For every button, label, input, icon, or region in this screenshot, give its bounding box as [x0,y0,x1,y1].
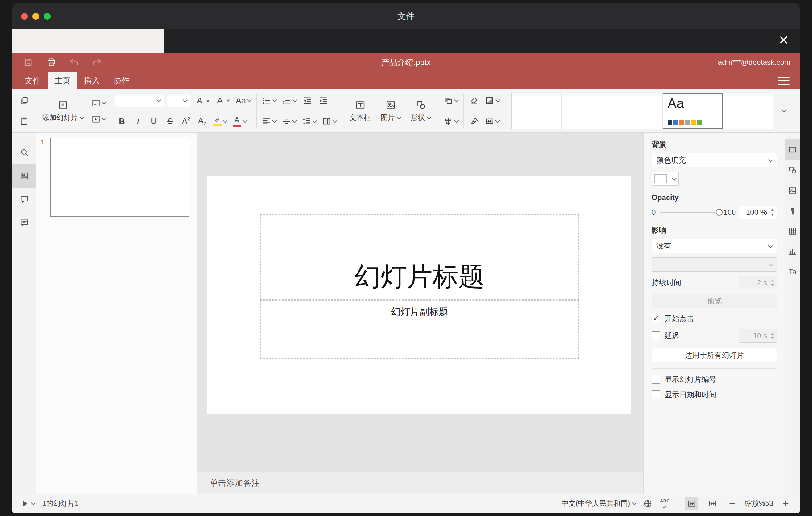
theme-option[interactable] [562,93,612,129]
font-size-combo[interactable] [167,94,191,107]
theme-option[interactable] [723,93,773,129]
opacity-slider[interactable] [660,212,719,213]
theme-option[interactable] [612,93,662,129]
search-icon[interactable] [12,141,36,164]
notes-input[interactable]: 单击添加备注 [198,471,643,494]
clear-style-icon[interactable] [467,93,481,109]
slides-panel-icon[interactable] [12,164,36,188]
apply-to-all-button[interactable]: 适用于所有幻灯片 [651,348,777,362]
horizontal-align-button[interactable] [260,113,278,129]
spinner-down-icon[interactable] [771,213,774,216]
increase-indent-icon[interactable] [317,93,330,109]
subtitle-placeholder[interactable]: 幻灯片副标题 [260,300,579,359]
spellcheck-icon[interactable]: ABC [660,499,670,509]
chevron-down-icon [632,500,637,505]
decrease-indent-icon[interactable] [300,93,314,109]
tab-file[interactable]: 文件 [18,71,48,89]
start-slideshow-button[interactable] [90,111,107,127]
start-preview-button[interactable] [21,500,35,508]
redo-icon[interactable] [90,56,104,69]
arrange-objects-button[interactable] [442,93,460,109]
save-icon[interactable] [22,56,35,69]
insert-shape-button[interactable]: 形状 [407,100,434,122]
delay-checkbox[interactable] [651,332,660,340]
show-date-time-checkbox[interactable] [651,391,660,399]
strikethrough-button[interactable]: S [163,113,177,129]
theme-option[interactable] [512,93,562,129]
maximize-traffic-light[interactable] [44,13,51,20]
decrease-font-button[interactable]: A [214,93,232,109]
tab-insert[interactable]: 插入 [77,71,107,89]
vertical-align-button[interactable] [281,113,298,129]
shape-fill-button[interactable] [484,93,501,109]
slide-canvas[interactable]: 幻灯片标题 幻灯片副标题 [198,133,643,471]
language-select[interactable]: 中文(中华人民共和国) [561,499,636,508]
chart-settings-icon[interactable] [785,241,800,262]
theme-option-selected[interactable]: Aa [663,93,723,129]
zoom-out-button[interactable]: − [727,497,737,510]
increase-font-button[interactable]: A [194,93,211,109]
opacity-spinner[interactable]: 100 % [739,205,777,219]
show-slide-number-checkbox[interactable] [651,375,660,383]
chevron-down-icon [31,500,36,505]
start-on-click-checkbox[interactable]: ✓ [651,314,660,323]
tab-collaboration[interactable]: 协作 [107,71,136,89]
minimize-traffic-light[interactable] [32,13,39,20]
shape-settings-icon[interactable] [785,160,800,180]
undo-icon[interactable] [67,56,81,69]
print-icon[interactable] [45,56,58,69]
theme-gallery-expand-button[interactable] [773,93,795,129]
copy-icon[interactable] [17,93,31,109]
slide-thumbnail[interactable] [50,138,190,217]
title-placeholder[interactable]: 幻灯片标题 [260,214,579,300]
table-settings-icon[interactable] [785,221,800,241]
underline-button[interactable]: U [147,113,161,129]
paste-icon[interactable] [17,113,31,129]
font-name-combo[interactable] [115,94,165,107]
spinner-up-icon[interactable] [771,209,774,211]
menu-icon[interactable] [778,75,790,87]
change-case-button[interactable]: Aa [234,93,253,109]
highlight-color-button[interactable] [211,113,228,129]
paragraph-settings-icon[interactable]: ¶ [785,201,800,221]
italic-button[interactable]: I [131,113,145,129]
chevron-down-icon [156,97,161,102]
insert-textbox-button[interactable]: 文本框 [346,100,375,122]
fit-to-width-icon[interactable] [706,497,720,511]
chevron-down-icon [292,118,297,123]
close-icon[interactable]: × [779,31,788,48]
fit-to-slide-icon[interactable] [685,497,698,511]
close-traffic-light[interactable] [21,13,28,20]
chevron-down-icon [397,114,402,119]
slide-size-button[interactable] [484,113,501,129]
document-language-icon[interactable] [643,499,652,508]
slide-layout-button[interactable] [90,95,107,111]
fill-color-select[interactable] [651,172,679,186]
align-objects-button[interactable] [442,113,460,129]
chat-icon[interactable] [12,211,36,234]
bold-button[interactable]: B [115,113,129,129]
numbered-list-button[interactable]: 123 [281,93,298,109]
slide-settings-icon[interactable] [785,140,800,160]
color-swatch [654,174,667,183]
columns-button[interactable] [321,113,338,129]
image-settings-icon[interactable] [785,180,800,201]
textart-settings-icon[interactable]: Ta [785,262,800,282]
subscript-button[interactable]: A2 [195,113,209,129]
add-slide-label: 添加幻灯片 [42,113,78,122]
superscript-button[interactable]: A2 [179,113,193,129]
effect-select[interactable]: 没有 [651,239,777,253]
add-slide-button[interactable]: 添加幻灯片 [38,100,87,122]
chevron-down-icon [80,114,85,119]
copy-style-icon[interactable] [467,113,481,129]
font-color-button[interactable]: A [231,113,248,129]
slide[interactable]: 幻灯片标题 幻灯片副标题 [207,176,631,414]
bullet-list-button[interactable] [260,93,278,109]
zoom-in-button[interactable]: + [781,497,791,510]
fill-type-select[interactable]: 颜色填充 [651,153,777,167]
line-spacing-button[interactable] [300,113,318,129]
slider-thumb[interactable] [716,209,723,216]
comments-icon[interactable] [12,188,36,211]
tab-home[interactable]: 主页 [48,71,77,89]
insert-image-button[interactable]: 图片 [377,100,404,122]
